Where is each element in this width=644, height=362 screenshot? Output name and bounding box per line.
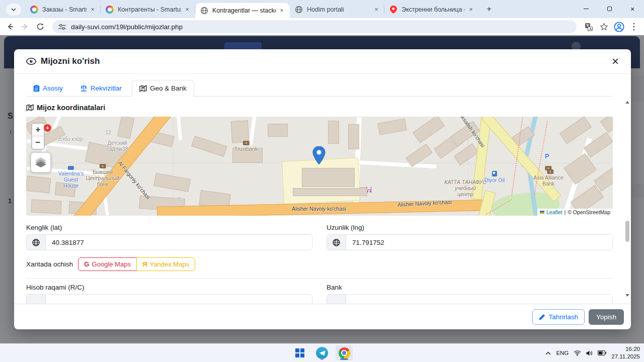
close-icon: × <box>630 5 634 13</box>
house-number: 12 <box>105 129 111 135</box>
tab-close-icon[interactable]: × <box>467 6 475 14</box>
start-button[interactable] <box>291 345 308 360</box>
section-title-coordinates: Mijoz koordinatalari <box>26 104 613 112</box>
scrollbar-thumb[interactable] <box>625 221 629 242</box>
tab-close-icon[interactable]: × <box>278 7 286 15</box>
new-tab-button[interactable]: + <box>482 2 496 16</box>
google-maps-button[interactable]: G Google Maps <box>78 257 137 271</box>
poi-katta-tanaffus: КАТТА ТАНАФУС учебный центр <box>444 179 486 197</box>
map-pin-icon <box>26 104 34 111</box>
poi-beby-care: Бэби кэйр <box>58 136 83 142</box>
browser-tab-hodim[interactable]: Hodim portali × <box>290 1 384 18</box>
reload-button[interactable] <box>33 20 47 34</box>
close-modal-button[interactable]: Yopish <box>589 309 624 325</box>
clipboard-icon <box>33 84 40 92</box>
edit-button[interactable]: Tahrirlash <box>532 309 585 325</box>
browser-tab-contragents[interactable]: Контрагенты - Smartup × <box>101 1 195 18</box>
tab-close-icon[interactable]: × <box>372 6 380 14</box>
longitude-input[interactable] <box>346 235 612 250</box>
tab-title: Экстренни больница — Yande <box>401 6 465 13</box>
browser-menu-button[interactable] <box>627 20 641 34</box>
address-bar[interactable]: daily-suvi.com/19l/public/mijozlar.php <box>52 20 577 33</box>
longitude-label: Uzunlik (lng) <box>327 224 613 231</box>
browser-tab-yandex-maps[interactable]: Экстренни больница — Yande × <box>384 1 479 18</box>
tab-label: Asosiy <box>43 84 63 92</box>
google-g-icon: G <box>84 260 90 268</box>
poi-kindergarten: Детский сад №38 <box>106 140 128 152</box>
eye-icon <box>26 58 36 65</box>
profile-avatar-button[interactable] <box>612 20 626 34</box>
telegram-button[interactable] <box>313 345 331 360</box>
window-maximize-button[interactable] <box>598 0 621 18</box>
browser-toolbar: daily-suvi.com/19l/public/mijozlar.php <box>0 18 644 35</box>
add-marker-badge[interactable]: + <box>44 124 51 132</box>
leaflet-map[interactable]: Al Fargoniy ko'chasi Alisher Navoiy ko'c… <box>26 117 613 216</box>
tab-search-button[interactable] <box>6 4 21 16</box>
modal-scrollbar[interactable] <box>625 100 630 298</box>
zoom-in-button[interactable]: + <box>32 124 44 136</box>
show-hidden-icons-chevron[interactable] <box>545 351 551 355</box>
window-close-button[interactable]: × <box>621 0 644 18</box>
map-zoom-control: + − <box>31 123 45 150</box>
zoom-out-button[interactable]: − <box>32 136 44 149</box>
poi-diyor-oil: Diyor Oil <box>485 171 505 183</box>
window-minimize-button[interactable] <box>575 0 598 18</box>
modal-header: Mijozni ko'rish × <box>14 49 631 74</box>
section-divider <box>26 278 613 279</box>
taskbar-clock[interactable]: 16:20 27.11.2025 <box>611 345 640 360</box>
url-text[interactable]: daily-suvi.com/19l/public/mijozlar.php <box>71 23 183 31</box>
leaflet-link[interactable]: Leaflet <box>546 209 562 215</box>
yandex-maps-label: Yandex Maps <box>150 260 190 268</box>
map-building <box>153 173 190 192</box>
back-icon <box>6 23 14 31</box>
tab-rekvizitlar[interactable]: Rekvizitlar <box>73 80 129 96</box>
map-layers-control[interactable] <box>30 152 51 173</box>
browser-tab-bar: Заказы - Smartup × Контрагенты - Smartup… <box>0 0 644 18</box>
google-maps-label: Google Maps <box>92 260 131 268</box>
account-number-input[interactable] <box>46 295 312 304</box>
bank-input[interactable] <box>346 295 612 304</box>
tab-asosiy[interactable]: Asosiy <box>26 80 70 96</box>
view-client-modal: Mijozni ko'rish × Asosiy Rekvizitlar Geo… <box>14 49 631 329</box>
language-indicator[interactable]: ENG <box>556 350 569 356</box>
tab-geo-bank-active[interactable]: Geo & Bank <box>132 80 194 97</box>
map-building <box>413 117 445 143</box>
osm-link[interactable]: © OpenStreetMap <box>568 209 610 215</box>
poi-asia-alliance-bank: Asia Alliance Bank <box>533 166 564 187</box>
browser-tab-orders[interactable]: Заказы - Smartup × <box>25 1 101 18</box>
translate-button[interactable] <box>582 20 596 34</box>
yandex-maps-button[interactable]: Я Yandex Maps <box>136 257 195 271</box>
map-building <box>328 121 339 144</box>
bookmark-star-button[interactable] <box>597 20 611 34</box>
street-label-navoiy: Alisher Navoiy ko'chasi <box>292 206 346 212</box>
speaker-icon[interactable] <box>586 350 593 356</box>
globe-icon <box>327 235 346 250</box>
map-building <box>348 124 359 149</box>
yandex-pin-favicon <box>389 6 397 14</box>
forward-button[interactable] <box>18 20 32 34</box>
wifi-icon[interactable] <box>574 350 581 356</box>
tab-close-icon[interactable]: × <box>89 6 97 14</box>
modal-close-button[interactable]: × <box>612 55 619 67</box>
map-road <box>356 160 437 169</box>
tab-label: Geo & Bank <box>150 84 187 92</box>
chrome-icon <box>339 347 350 359</box>
map-building <box>117 117 134 139</box>
battery-icon[interactable] <box>598 350 606 355</box>
scroll-up-arrow[interactable] <box>625 101 629 104</box>
smartup-favicon <box>106 6 114 14</box>
browser-tab-kontragentlar-active[interactable]: Kontragentlar — stacked moda × <box>195 3 290 18</box>
tab-close-icon[interactable]: × <box>183 6 191 14</box>
chrome-button[interactable] <box>336 345 353 360</box>
back-button[interactable] <box>3 20 17 34</box>
running-indicator <box>320 358 324 360</box>
latitude-input[interactable] <box>46 235 312 250</box>
windows-taskbar: ENG 16:20 27.11.2025 <box>0 343 644 362</box>
open-map-label: Xaritada ochish <box>26 260 73 268</box>
hotel-icon <box>68 166 74 170</box>
forward-icon <box>21 23 29 31</box>
street-label-fargoniy: Al Fargoniy ko'chasi <box>117 160 151 200</box>
star-icon <box>600 23 608 31</box>
scroll-down-arrow[interactable] <box>625 294 629 297</box>
location-marker[interactable] <box>312 146 326 164</box>
